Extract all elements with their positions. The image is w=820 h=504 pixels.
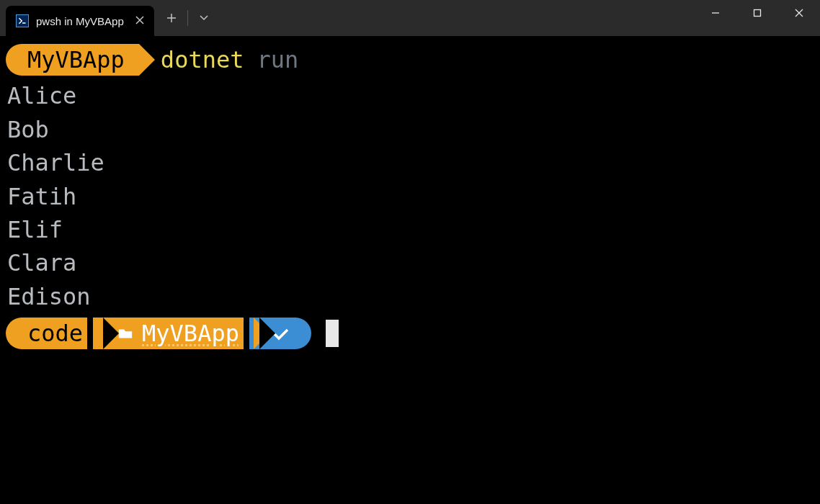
output-line: Bob: [6, 113, 814, 146]
tab-divider: [187, 10, 188, 26]
terminal-cursor: [326, 320, 339, 347]
folder-icon: [117, 326, 133, 341]
prompt-line: code MyVBApp: [6, 318, 814, 349]
window-titlebar: pwsh in MyVBApp: [0, 0, 820, 36]
close-button[interactable]: [778, 0, 820, 26]
prompt-line: MyVBApp dotnet run: [6, 43, 814, 76]
new-tab-button[interactable]: [160, 6, 183, 30]
output-line: Alice: [6, 79, 814, 112]
command-name: dotnet: [161, 43, 244, 76]
tab-controls: [154, 0, 221, 36]
output-line: Clara: [6, 246, 814, 279]
output-line: Fatih: [6, 180, 814, 213]
tab-close-button[interactable]: [135, 15, 144, 27]
prompt-segment-directory: MyVBApp: [6, 44, 139, 76]
tab-title: pwsh in MyVBApp: [36, 15, 124, 27]
tab-dropdown-button[interactable]: [192, 6, 215, 30]
svg-rect-0: [754, 10, 761, 17]
maximize-button[interactable]: [736, 0, 778, 26]
minimize-button[interactable]: [695, 0, 736, 26]
terminal-tab[interactable]: pwsh in MyVBApp: [6, 6, 154, 36]
command-arg: run: [257, 43, 298, 76]
powershell-icon: [16, 14, 29, 27]
output-line: Elif: [6, 213, 814, 246]
command-text: dotnet run: [161, 43, 298, 76]
terminal-body[interactable]: MyVBApp dotnet run Alice Bob Charlie Fat…: [0, 36, 820, 359]
output-line: Charlie: [6, 146, 814, 179]
window-controls: [695, 0, 820, 36]
prompt-folder-label: MyVBApp: [142, 317, 239, 350]
prompt-segment-code: code: [6, 318, 97, 349]
output-line: Edison: [6, 280, 814, 313]
prompt-dir-label: MyVBApp: [27, 43, 125, 76]
prompt-code-label: code: [27, 317, 83, 350]
tab-strip: pwsh in MyVBApp: [0, 0, 221, 36]
